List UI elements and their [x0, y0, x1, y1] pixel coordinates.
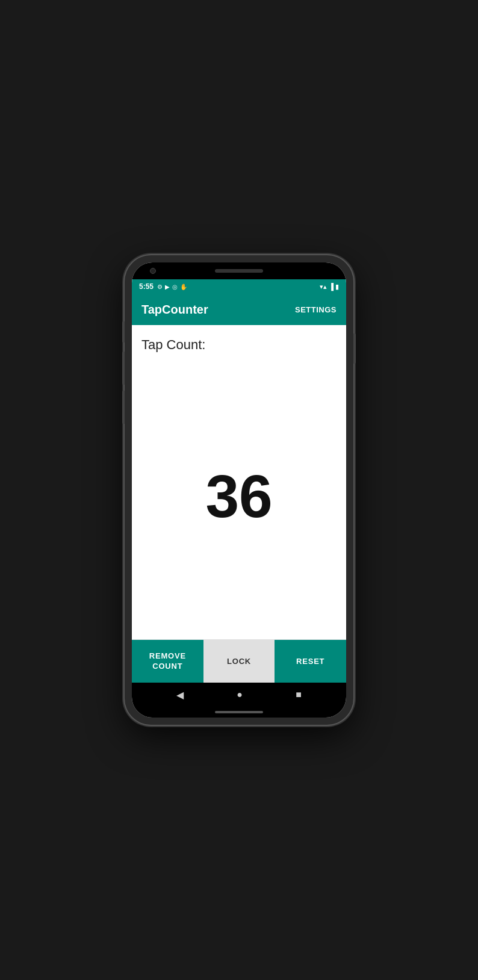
volume-silent-button — [122, 321, 125, 343]
lock-button[interactable]: LOCK — [203, 640, 275, 683]
power-button — [353, 333, 356, 364]
back-button[interactable]: ◀ — [176, 689, 184, 701]
app-title: TapCounter — [141, 303, 295, 317]
app-toolbar: TapCounter SETTINGS — [132, 294, 346, 325]
settings-button[interactable]: SETTINGS — [295, 305, 337, 314]
battery-icon: ▮ — [335, 283, 339, 291]
hand-status-icon: ✋ — [180, 284, 187, 290]
remove-count-label: REMOVE COUNT — [149, 651, 186, 672]
play-status-icon: ▶ — [165, 284, 170, 290]
home-indicator-bar — [215, 711, 263, 713]
recents-button[interactable]: ■ — [296, 689, 302, 700]
count-number: 36 — [205, 466, 272, 526]
phone-top-notch — [132, 262, 346, 279]
bottom-buttons-bar: REMOVE COUNT LOCK RESET — [132, 639, 346, 683]
wifi-icon: ▾▴ — [320, 283, 327, 291]
signal-icon: ▐ — [329, 283, 334, 290]
status-icons: ⚙ ▶ ◎ ✋ — [157, 284, 187, 290]
count-display-area[interactable]: 36 — [141, 353, 337, 639]
volume-down-button — [122, 391, 125, 424]
reset-button[interactable]: RESET — [275, 640, 346, 683]
speaker-grill — [215, 269, 263, 273]
tap-count-label: Tap Count: — [141, 337, 337, 353]
phone-bottom-bar — [132, 707, 346, 718]
status-right-icons: ▾▴ ▐ ▮ — [320, 283, 339, 291]
main-content: Tap Count: 36 — [132, 325, 346, 639]
circle-status-icon: ◎ — [172, 284, 178, 290]
phone-frame: 5:55 ⚙ ▶ ◎ ✋ ▾▴ ▐ ▮ TapCounter SETTINGS … — [125, 255, 353, 725]
nav-bar: ◀ ● ■ — [132, 683, 346, 707]
home-button[interactable]: ● — [237, 689, 243, 700]
status-bar: 5:55 ⚙ ▶ ◎ ✋ ▾▴ ▐ ▮ — [132, 279, 346, 294]
settings-status-icon: ⚙ — [157, 284, 163, 290]
volume-up-button — [122, 352, 125, 385]
camera-icon — [150, 268, 156, 274]
phone-screen: 5:55 ⚙ ▶ ◎ ✋ ▾▴ ▐ ▮ TapCounter SETTINGS … — [132, 262, 346, 718]
status-time: 5:55 — [139, 282, 154, 291]
remove-count-button[interactable]: REMOVE COUNT — [132, 640, 203, 683]
